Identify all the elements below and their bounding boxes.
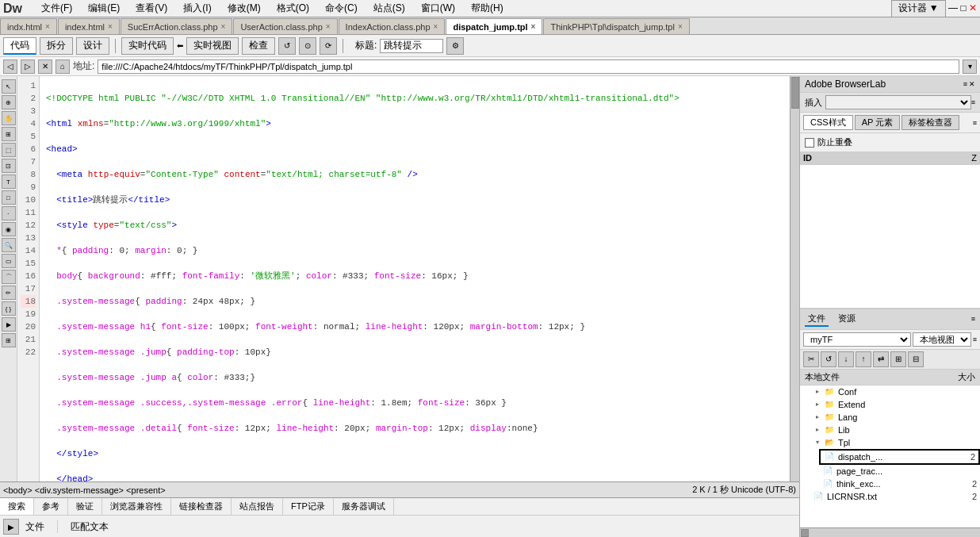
tool-crop[interactable]: ⋅: [2, 206, 16, 221]
tab-indexaction[interactable]: IndexAction.class.php ×: [339, 18, 446, 34]
tool-eyedrop[interactable]: 🔍: [2, 238, 16, 252]
stop-button[interactable]: ✕: [38, 59, 52, 74]
tab-close-1[interactable]: ×: [108, 22, 113, 31]
assets-tab[interactable]: 资源: [835, 312, 859, 327]
tab-sucerracion[interactable]: SucErrAction.class.php ×: [121, 18, 233, 34]
file-hscrollbar[interactable]: [800, 527, 980, 537]
file-item-extend[interactable]: ▸ 📁 Extend: [800, 398, 980, 411]
menu-modify[interactable]: 修改(M): [224, 1, 264, 16]
css-panel-options[interactable]: ≡: [973, 115, 977, 130]
tool-arrow[interactable]: ↖: [2, 79, 16, 94]
design-button[interactable]: 设计: [76, 37, 109, 55]
tab-close-0[interactable]: ×: [45, 22, 50, 31]
menu-insert[interactable]: 插入(I): [180, 1, 214, 16]
home-button[interactable]: ⌂: [56, 59, 70, 74]
realtime-code-button[interactable]: 实时代码: [121, 37, 174, 55]
tool-text[interactable]: T: [2, 175, 16, 189]
lib-expand[interactable]: ▸: [816, 426, 819, 433]
code-text[interactable]: <!DOCTYPE html PUBLIC "-//W3C//DTD XHTML…: [40, 76, 790, 481]
insert-options[interactable]: ≡: [971, 98, 975, 106]
bottom-tab-ftp[interactable]: FTP记录: [283, 498, 334, 515]
file-view-options[interactable]: ≡: [973, 336, 977, 343]
menu-site[interactable]: 站点(S): [370, 1, 408, 16]
tool-color[interactable]: ◉: [2, 222, 16, 236]
bottom-tab-reference[interactable]: 参考: [34, 498, 68, 515]
tab-indx[interactable]: indx.html ×: [0, 18, 57, 34]
browse-button[interactable]: ▾: [963, 59, 977, 74]
menu-window[interactable]: 窗口(W): [418, 1, 458, 16]
refresh2-button[interactable]: ⟳: [320, 37, 337, 55]
split-button[interactable]: 拆分: [40, 37, 73, 55]
file-panel-options[interactable]: ≡: [971, 315, 975, 323]
file-refresh-button[interactable]: ↺: [821, 351, 836, 367]
tag-inspector-tab[interactable]: 标签检查器: [902, 115, 959, 130]
file-item-lang[interactable]: ▸ 📁 Lang: [800, 411, 980, 424]
file-upload-button[interactable]: ↓: [838, 351, 854, 367]
designer-button[interactable]: 设计器 ▼: [891, 0, 946, 17]
code-button[interactable]: 代码: [3, 37, 36, 55]
prevent-overlap-checkbox[interactable]: [805, 138, 814, 148]
bottom-play-button[interactable]: ▶: [3, 519, 19, 535]
menu-help[interactable]: 帮助(H): [468, 1, 507, 16]
tpl-expand[interactable]: ▾: [816, 439, 819, 446]
tab-close-4[interactable]: ×: [434, 22, 438, 31]
tool-media[interactable]: ▶: [2, 317, 16, 332]
tool-image[interactable]: □: [2, 190, 16, 205]
tab-close-3[interactable]: ×: [326, 22, 331, 31]
file-cut-button[interactable]: ✂: [803, 351, 819, 367]
close-button[interactable]: ✕: [969, 2, 977, 13]
code-scrollbar[interactable]: [790, 76, 799, 481]
bottom-tab-linkcheck[interactable]: 链接检查器: [171, 498, 232, 515]
file-list[interactable]: ▸ 📁 Conf ▸ 📁 Extend ▸ 📁 Lang: [800, 385, 980, 528]
bottom-tab-server[interactable]: 服务器调试: [334, 498, 394, 515]
back-button[interactable]: ◁: [3, 59, 17, 74]
minimize-button[interactable]: —: [948, 2, 958, 13]
panel-close-button[interactable]: ✕: [969, 80, 975, 88]
file-item-tpl[interactable]: ▾ 📂 Tpl: [800, 436, 980, 449]
file-item-pagetrac[interactable]: 📄 page_trac...: [819, 465, 980, 478]
tool-code-hint[interactable]: { }: [2, 301, 16, 316]
tab-close-2[interactable]: ×: [221, 22, 226, 31]
lang-expand[interactable]: ▸: [816, 413, 819, 420]
tool-select[interactable]: ⬚: [2, 143, 16, 157]
file-item-license[interactable]: 📄 LICRNSR.txt 2: [810, 490, 980, 503]
toggle-button[interactable]: ⬅: [177, 41, 183, 50]
tool-rect[interactable]: ▭: [2, 254, 16, 268]
conf-expand[interactable]: ▸: [816, 388, 819, 395]
tab-close-6[interactable]: ×: [678, 22, 683, 31]
tool-pin[interactable]: ⊞: [2, 127, 16, 141]
realtime-view-button[interactable]: 实时视图: [186, 37, 239, 55]
css-tab[interactable]: CSS样式: [803, 115, 853, 130]
menu-format[interactable]: 格式(O): [274, 1, 312, 16]
tool-brush[interactable]: ✏: [2, 286, 16, 300]
tab-useraction[interactable]: UserAction.class.php ×: [233, 18, 337, 34]
menu-view[interactable]: 查看(V): [132, 1, 170, 16]
menu-edit[interactable]: 编辑(E): [85, 1, 123, 16]
tab-close-5[interactable]: ×: [531, 22, 536, 31]
files-tab[interactable]: 文件: [805, 312, 829, 327]
menu-file[interactable]: 文件(F): [38, 1, 75, 16]
file-item-thinkexc[interactable]: 📄 think_exc... 2: [819, 478, 980, 490]
refresh-button[interactable]: ↺: [278, 37, 296, 55]
view-select[interactable]: 本地视图: [913, 332, 971, 347]
tool-zoom[interactable]: ⊕: [2, 95, 16, 109]
insert-select[interactable]: [825, 95, 971, 109]
bottom-tab-validate[interactable]: 验证: [68, 498, 102, 515]
extend-expand[interactable]: ▸: [816, 401, 819, 408]
tab-dispatch-full[interactable]: ThinkPHP\Tpl\dispatch_jump.tpl ×: [543, 18, 689, 34]
menu-command[interactable]: 命令(C): [322, 1, 361, 16]
file-collapse-button[interactable]: ⊟: [908, 351, 924, 367]
maximize-button[interactable]: □: [960, 2, 966, 13]
forward-button[interactable]: ▷: [21, 59, 35, 74]
check-button[interactable]: 检查: [242, 37, 275, 55]
hscrollbar-thumb[interactable]: [801, 529, 809, 537]
panel-options-button[interactable]: ≡: [963, 80, 967, 88]
tool-path[interactable]: ⌒: [2, 270, 16, 284]
preview-button[interactable]: ⊙: [299, 37, 316, 55]
ap-tab[interactable]: AP 元素: [855, 115, 901, 130]
address-input[interactable]: [98, 59, 959, 74]
file-expand-button[interactable]: ⊞: [890, 351, 906, 367]
file-item-conf[interactable]: ▸ 📁 Conf: [800, 385, 980, 398]
inspect-button[interactable]: ⚙: [446, 37, 464, 55]
bottom-tab-compat[interactable]: 浏览器兼容性: [102, 498, 171, 515]
